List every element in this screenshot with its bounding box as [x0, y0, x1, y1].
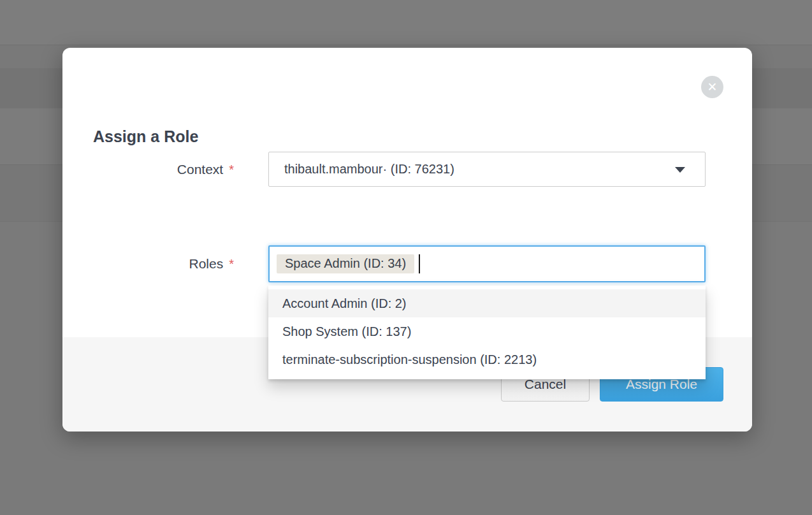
dropdown-option-shop-system[interactable]: Shop System (ID: 137)	[268, 317, 706, 345]
dropdown-option-account-admin[interactable]: Account Admin (ID: 2)	[268, 289, 706, 317]
modal-title: Assign a Role	[93, 127, 198, 146]
roles-required-asterisk: *	[229, 257, 234, 271]
context-required-asterisk: *	[229, 163, 234, 177]
context-label-text: Context	[177, 162, 223, 177]
context-selected-value: thibault.mambour· (ID: 76231)	[284, 162, 454, 177]
roles-dropdown-menu: Account Admin (ID: 2) Shop System (ID: 1…	[268, 286, 706, 379]
dropdown-option-terminate-subscription-suspension[interactable]: terminate-subscription-suspension (ID: 2…	[268, 345, 706, 374]
role-tag[interactable]: Space Admin (ID: 34)	[277, 254, 414, 273]
context-label: Context*	[62, 162, 234, 177]
roles-multiselect-input[interactable]: Space Admin (ID: 34)	[268, 245, 706, 282]
roles-label: Roles*	[62, 256, 234, 272]
roles-label-text: Roles	[189, 256, 224, 271]
roles-form-row: Roles* Space Admin (ID: 34)	[62, 245, 752, 282]
text-cursor	[419, 254, 420, 273]
chevron-down-icon	[675, 167, 685, 173]
background-overlay-band	[0, 0, 812, 45]
context-select[interactable]: thibault.mambour· (ID: 76231)	[268, 152, 706, 187]
close-icon: ✕	[707, 81, 718, 93]
context-form-row: Context* thibault.mambour· (ID: 76231)	[62, 152, 752, 187]
assign-role-modal: Assign a Role ✕ Context* thibault.mambou…	[62, 48, 752, 432]
close-button[interactable]: ✕	[701, 76, 723, 98]
